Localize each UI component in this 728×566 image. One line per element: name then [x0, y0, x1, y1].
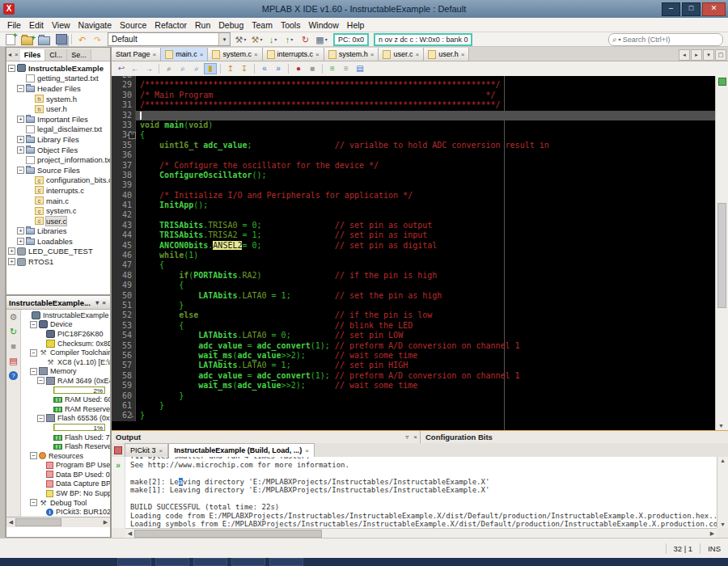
open-project-button[interactable]	[37, 33, 51, 46]
uncomment-icon[interactable]: ≡	[340, 63, 353, 74]
tree-item[interactable]: −Resources	[21, 451, 110, 461]
tree-item[interactable]: Flash Used: 7	[21, 433, 110, 442]
menu-view[interactable]: View	[48, 19, 74, 32]
project-properties-icon[interactable]: ⚙	[10, 313, 18, 322]
record-macro-icon[interactable]: ●	[292, 63, 305, 74]
new-file-button[interactable]: +	[3, 33, 17, 46]
tree-item[interactable]: cmain.c	[6, 196, 110, 206]
minimize-button[interactable]: –	[662, 2, 680, 16]
maximize-button[interactable]: □	[682, 2, 700, 16]
output-tab-instructableexample--build--lo[interactable]: InstructableExample (Build, Load, ...)×	[168, 443, 315, 457]
collapse-icon[interactable]: −	[30, 452, 37, 459]
scroll-tabs-left-icon[interactable]: ◂	[679, 49, 690, 61]
close-button[interactable]: ✕	[702, 2, 726, 16]
dashboard-minimize-icon[interactable]: ▾	[94, 299, 100, 306]
editor-tab-user-c[interactable]: user.c×	[379, 48, 424, 61]
back-icon[interactable]: ←	[129, 63, 142, 74]
read-device-memory-button[interactable]: ↑▾	[282, 33, 296, 46]
collapse-icon[interactable]: −	[30, 499, 37, 506]
taskbar-button[interactable]	[269, 558, 303, 566]
redo-button[interactable]: ↷	[91, 33, 104, 46]
output-panel-header[interactable]: Output ▿×	[112, 431, 421, 443]
close-icon[interactable]: ×	[461, 51, 465, 58]
output-vertical-scrollbar[interactable]: ▲ ▼	[717, 457, 728, 528]
menu-window[interactable]: Window	[304, 19, 342, 32]
forward-icon[interactable]: →	[142, 63, 155, 74]
tree-item[interactable]: +Important Files	[6, 114, 110, 125]
build-output-console[interactable]: 711 bytes smaller and run 4 times faster…	[125, 457, 717, 528]
tree-item[interactable]: Program BP Used:	[21, 461, 110, 471]
scroll-left-icon[interactable]: ◀	[125, 530, 134, 537]
taskbar-button[interactable]	[193, 558, 227, 566]
undo-button[interactable]: ↶	[75, 33, 89, 46]
tree-item[interactable]: SW BP: No Suppo	[21, 488, 110, 498]
chevron-down-icon[interactable]: ▾	[290, 36, 293, 42]
editor-vertical-scrollbar[interactable]: ▲ ▼	[715, 76, 728, 430]
scroll-left-icon[interactable]: ◀	[6, 519, 15, 526]
fold-collapse-icon[interactable]: −	[129, 132, 136, 139]
taskbar-button[interactable]	[155, 558, 189, 566]
tree-item[interactable]: Checksum: 0x8D1	[21, 339, 110, 348]
scroll-up-icon[interactable]: ▲	[720, 458, 726, 463]
clean-and-build-button[interactable]: ⚒▾	[250, 33, 264, 46]
refresh-debug-tool-button[interactable]: ↻	[298, 33, 312, 46]
scroll-right-icon[interactable]: ▶	[708, 530, 717, 537]
code-editor[interactable]: 2829/***********************************…	[112, 76, 728, 430]
tree-item[interactable]: +Libraries	[6, 226, 110, 237]
menu-edit[interactable]: Edit	[25, 19, 48, 32]
collapse-icon[interactable]: −	[30, 349, 37, 357]
next-bookmark-icon[interactable]: ↧	[238, 63, 251, 74]
go-to-header-icon[interactable]: ▤	[353, 63, 366, 74]
stop-macro-icon[interactable]: ■	[306, 63, 319, 74]
tree-item[interactable]: −Header Files	[6, 83, 110, 94]
expand-icon[interactable]: +	[8, 258, 15, 265]
chevron-down-icon[interactable]: ▾	[218, 33, 230, 45]
taskbar-button[interactable]	[117, 558, 151, 566]
tree-item[interactable]: +Object Files	[6, 145, 110, 155]
scroll-down-icon[interactable]: ▼	[718, 423, 724, 429]
close-icon[interactable]: ×	[315, 51, 320, 58]
expand-icon[interactable]: +	[17, 136, 24, 143]
tree-item[interactable]: ⚒XC8 (v1.10) [E:\P	[21, 357, 110, 367]
tab-se[interactable]: Se...	[67, 49, 91, 61]
tree-item[interactable]: cconfiguration_bits.c	[6, 175, 110, 186]
tree-item[interactable]: −Device	[21, 320, 110, 330]
toggle-highlight-icon[interactable]: ▮	[204, 63, 217, 74]
tree-item[interactable]: cuser.c	[6, 216, 110, 226]
previous-bookmark-icon[interactable]: ↥	[224, 63, 237, 74]
search-box[interactable]: ⌕ ▾	[608, 33, 723, 46]
collapse-icon[interactable]: −	[17, 85, 24, 92]
previous-occurrence-icon[interactable]: ⌕	[176, 63, 189, 74]
tree-item[interactable]: 1%	[21, 423, 110, 433]
chevron-down-icon[interactable]: ▾	[260, 36, 262, 42]
tree-item[interactable]: Data BP Used: 0	[21, 470, 110, 479]
close-icon[interactable]: ×	[159, 446, 163, 456]
menu-run[interactable]: Run	[191, 19, 214, 32]
close-icon[interactable]: ×	[254, 51, 258, 58]
scroll-right-icon[interactable]: ▶	[101, 519, 110, 526]
menu-tools[interactable]: Tools	[277, 19, 305, 32]
close-icon[interactable]: ×	[305, 446, 309, 456]
tree-item[interactable]: +RTOS1	[6, 256, 110, 267]
tree-item[interactable]: −⚒Debug Tool	[21, 498, 110, 508]
panel-dock-icon[interactable]: ◂	[6, 49, 13, 61]
collapse-icon[interactable]: −	[37, 415, 44, 422]
tree-item[interactable]: +LED_CUBE_TEST	[6, 247, 110, 257]
output-minimize-icon[interactable]: ▿	[403, 433, 411, 441]
scrollbar-thumb[interactable]	[134, 530, 322, 538]
save-all-button[interactable]	[54, 33, 68, 46]
tree-item[interactable]: Flash Reserve	[21, 441, 110, 451]
tree-item[interactable]: 2%	[21, 386, 110, 395]
taskbar-button[interactable]	[231, 558, 265, 566]
editor-tab-interrupts-c[interactable]: interrupts.c×	[263, 48, 324, 61]
chevron-down-icon[interactable]: ▾	[325, 36, 328, 42]
tree-item[interactable]: getting_started.txt	[6, 74, 110, 84]
tree-item[interactable]: RAM Reserve	[21, 404, 110, 414]
menu-help[interactable]: Help	[343, 19, 369, 32]
refresh-status-icon[interactable]: ↻	[10, 327, 17, 336]
help-icon[interactable]: ?	[9, 371, 18, 380]
tree-item[interactable]: −InstructableExample	[6, 63, 110, 74]
last-edit-icon[interactable]: ↩	[115, 63, 128, 74]
tree-item[interactable]: +Loadables	[6, 236, 110, 247]
menu-team[interactable]: Team	[248, 19, 277, 32]
